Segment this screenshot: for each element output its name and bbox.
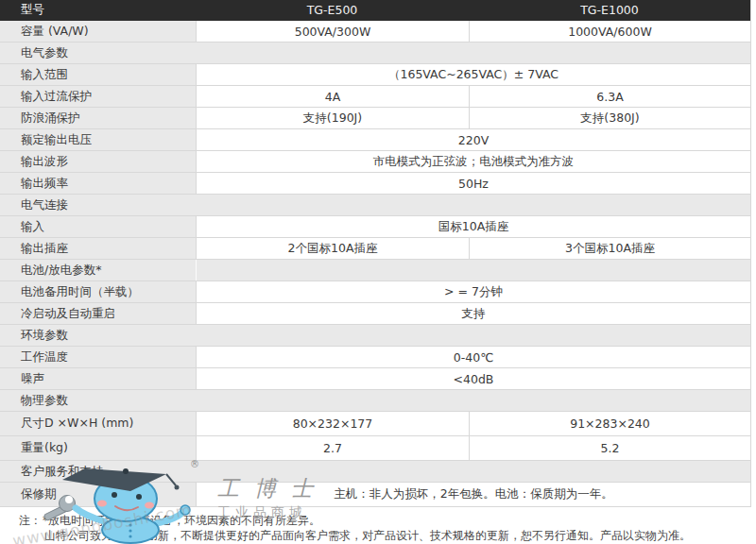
table-header-row: 型号 TG-E500 TG-E1000 bbox=[0, 0, 750, 21]
table-row: 冷启动及自动重启支持 bbox=[0, 303, 750, 325]
section-row: 电气连接 bbox=[0, 195, 750, 216]
cell-value: 5.2 bbox=[469, 436, 750, 460]
row-label: 噪声 bbox=[0, 368, 196, 389]
cell-value-merged: 220V bbox=[196, 129, 750, 150]
cell-value-merged: > = 7分钟 bbox=[196, 281, 750, 302]
table-row: 输入国标10A插座 bbox=[0, 216, 750, 238]
section-filler bbox=[196, 42, 750, 63]
section-row: 电气参数 bbox=[0, 42, 750, 64]
row-label: 尺寸D ×W×H (mm) bbox=[0, 412, 196, 435]
row-label: 输出频率 bbox=[0, 173, 196, 194]
table-row: 防浪涌保护支持(190J)支持(380J) bbox=[0, 108, 750, 129]
registered-mark: ® bbox=[190, 459, 199, 469]
cell-value-merged: （165VAC~265VAC）± 7VAC bbox=[196, 64, 750, 85]
spec-table: 型号 TG-E500 TG-E1000 容量 (VA/W)500VA/300W1… bbox=[0, 0, 751, 507]
watermark-slogan-text: 工业品商城 bbox=[217, 504, 307, 521]
section-title: 电气参数 bbox=[0, 42, 196, 63]
cell-value-merged: 50Hz bbox=[196, 173, 750, 194]
header-model-tg-e500: TG-E500 bbox=[196, 0, 469, 20]
row-label: 输入 bbox=[0, 216, 196, 237]
section-filler bbox=[196, 260, 750, 280]
row-label: 输入范围 bbox=[0, 64, 196, 85]
section-title: 电气连接 bbox=[0, 195, 196, 215]
graduation-cap-icon bbox=[62, 468, 180, 491]
wrench-icon bbox=[43, 496, 75, 521]
row-label: 防浪涌保护 bbox=[0, 108, 196, 128]
section-title: 物理参数 bbox=[0, 390, 196, 411]
row-label: 输出波形 bbox=[0, 151, 196, 172]
cell-value: 91×283×240 bbox=[469, 412, 750, 435]
table-row: 输入范围（165VAC~265VAC）± 7VAC bbox=[0, 64, 750, 86]
row-label: 工作温度 bbox=[0, 347, 196, 367]
spec-table-body: 容量 (VA/W)500VA/300W1000VA/600W电气参数输入范围（1… bbox=[0, 21, 750, 507]
cell-value: 支持(380J) bbox=[469, 108, 750, 128]
table-row: 噪声<40dB bbox=[0, 368, 750, 390]
section-row: 电池/放电参数* bbox=[0, 260, 750, 281]
watermark-brand-text: 工博士 bbox=[217, 474, 328, 503]
cell-value-merged: 支持 bbox=[196, 303, 750, 324]
cell-value: 2个国标10A插座 bbox=[196, 238, 469, 259]
cell-value-merged: 0-40℃ bbox=[196, 347, 750, 367]
cell-value: 4A bbox=[196, 86, 469, 107]
row-label: 电池备用时间（半载） bbox=[0, 281, 196, 302]
cell-value: 3个国标10A插座 bbox=[469, 238, 750, 259]
table-row: 输出插座2个国标10A插座3个国标10A插座 bbox=[0, 238, 750, 260]
section-filler bbox=[196, 390, 750, 411]
row-label: 输出插座 bbox=[0, 238, 196, 259]
cell-value: 500VA/300W bbox=[196, 21, 469, 42]
table-row: 工作温度0-40℃ bbox=[0, 347, 750, 368]
table-row: 输出频率50Hz bbox=[0, 173, 750, 195]
row-label: 容量 (VA/W) bbox=[0, 21, 196, 42]
cell-value: 支持(190J) bbox=[196, 108, 469, 128]
section-title: 电池/放电参数* bbox=[0, 260, 196, 280]
cell-value: 1000VA/600W bbox=[469, 21, 750, 42]
table-row: 尺寸D ×W×H (mm)80×232×17791×283×240 bbox=[0, 412, 750, 436]
section-filler bbox=[196, 325, 750, 346]
row-label: 额定输出电压 bbox=[0, 129, 196, 150]
cell-value-merged: 国标10A插座 bbox=[196, 216, 750, 237]
section-row: 环境参数 bbox=[0, 325, 750, 347]
header-model-label: 型号 bbox=[0, 0, 196, 20]
table-row: 容量 (VA/W)500VA/300W1000VA/600W bbox=[0, 21, 750, 42]
cell-value-merged: <40dB bbox=[196, 368, 750, 389]
header-model-tg-e1000: TG-E1000 bbox=[469, 0, 750, 20]
table-row: 输出波形市电模式为正弦波；电池模式为准方波 bbox=[0, 151, 750, 173]
cell-value-merged: 市电模式为正弦波；电池模式为准方波 bbox=[196, 151, 750, 172]
row-label: 冷启动及自动重启 bbox=[0, 303, 196, 324]
cell-value: 80×232×177 bbox=[196, 412, 469, 435]
table-row: 额定输出电压220V bbox=[0, 129, 750, 151]
table-row: 电池备用时间（半载）> = 7分钟 bbox=[0, 281, 750, 303]
row-label: 输入过流保护 bbox=[0, 86, 196, 107]
section-title: 环境参数 bbox=[0, 325, 196, 346]
section-row: 物理参数 bbox=[0, 390, 750, 412]
gongboshi-watermark: ® 工博士 工业品商城 www.gongboshi.com bbox=[0, 457, 397, 544]
table-row: 输入过流保护4A6.3A bbox=[0, 86, 750, 108]
cell-value: 6.3A bbox=[469, 86, 750, 107]
section-filler bbox=[196, 195, 750, 215]
